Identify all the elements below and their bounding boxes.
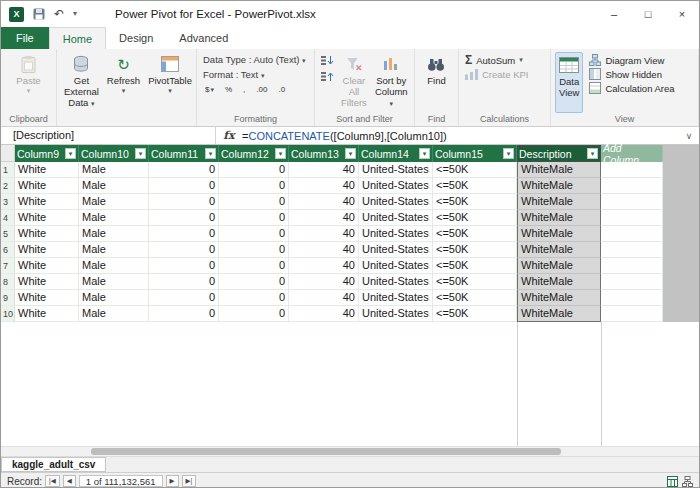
grid-cell[interactable]: White bbox=[15, 194, 79, 210]
sort-descending-button[interactable] bbox=[319, 70, 336, 83]
add-column-cell[interactable] bbox=[601, 306, 663, 322]
currency-format-button[interactable]: $▾ bbox=[203, 84, 216, 95]
add-column-cell[interactable] bbox=[601, 290, 663, 306]
previous-record-button[interactable]: ◀ bbox=[63, 475, 76, 487]
paste-button[interactable]: Paste ▾ bbox=[13, 52, 43, 113]
grid-cell[interactable]: Male bbox=[79, 274, 149, 290]
row-number[interactable]: 9 bbox=[1, 290, 15, 306]
show-hidden-button[interactable]: Show Hidden bbox=[587, 67, 694, 81]
grid-cell[interactable]: 40 bbox=[289, 210, 359, 226]
column-header-column12[interactable]: Column12▾ bbox=[219, 145, 289, 162]
row-number[interactable]: 2 bbox=[1, 178, 15, 194]
grid-cell[interactable]: United-States bbox=[359, 274, 433, 290]
filter-dropdown-icon[interactable]: ▾ bbox=[205, 148, 216, 159]
next-record-button[interactable]: ▶ bbox=[166, 475, 179, 487]
tab-file[interactable]: File bbox=[1, 27, 49, 49]
grid-cell[interactable]: White bbox=[15, 178, 79, 194]
add-column-cell[interactable] bbox=[601, 194, 663, 210]
grid-cell[interactable]: Male bbox=[79, 242, 149, 258]
add-column-cell[interactable] bbox=[601, 258, 663, 274]
diagram-view-toggle-icon[interactable] bbox=[682, 476, 693, 487]
grid-cell[interactable]: WhiteMale bbox=[517, 306, 601, 322]
grid-cell[interactable]: 0 bbox=[219, 162, 289, 178]
grid-cell[interactable]: WhiteMale bbox=[517, 194, 601, 210]
row-number[interactable]: 8 bbox=[1, 274, 15, 290]
grid-cell[interactable]: White bbox=[15, 242, 79, 258]
grid-cell[interactable]: White bbox=[15, 226, 79, 242]
formula-input[interactable]: =CONCATENATE([Column9],[Column10]) bbox=[242, 130, 679, 142]
grid-cell[interactable]: White bbox=[15, 306, 79, 322]
save-icon[interactable] bbox=[33, 8, 45, 20]
grid-cell[interactable]: WhiteMale bbox=[517, 210, 601, 226]
grid-cell[interactable]: 0 bbox=[149, 290, 219, 306]
row-number[interactable]: 3 bbox=[1, 194, 15, 210]
grid-cell[interactable]: WhiteMale bbox=[517, 290, 601, 306]
row-number[interactable]: 7 bbox=[1, 258, 15, 274]
grid-cell[interactable]: Male bbox=[79, 306, 149, 322]
thousands-format-button[interactable]: , bbox=[241, 84, 247, 95]
decrease-decimals-button[interactable]: .0 bbox=[276, 84, 287, 95]
grid-cell[interactable]: United-States bbox=[359, 290, 433, 306]
grid-cell[interactable]: United-States bbox=[359, 210, 433, 226]
grid-cell[interactable]: 40 bbox=[289, 178, 359, 194]
name-box[interactable]: [Description] bbox=[1, 127, 216, 144]
column-header-column14[interactable]: Column14▾ bbox=[359, 145, 433, 162]
grid-cell[interactable]: <=50K bbox=[433, 306, 517, 322]
filter-dropdown-icon[interactable]: ▾ bbox=[135, 148, 146, 159]
maximize-button[interactable]: □ bbox=[631, 1, 665, 27]
tab-advanced[interactable]: Advanced bbox=[166, 27, 241, 49]
grid-cell[interactable]: 40 bbox=[289, 258, 359, 274]
grid-cell[interactable]: 40 bbox=[289, 306, 359, 322]
row-number[interactable]: 1 bbox=[1, 162, 15, 178]
column-header-column10[interactable]: Column10▾ bbox=[79, 145, 149, 162]
grid-cell[interactable]: Male bbox=[79, 258, 149, 274]
select-all-corner[interactable] bbox=[1, 145, 15, 162]
filter-dropdown-icon[interactable]: ▾ bbox=[587, 148, 598, 159]
add-column-cell[interactable] bbox=[601, 162, 663, 178]
grid-cell[interactable]: United-States bbox=[359, 226, 433, 242]
close-button[interactable]: × bbox=[665, 1, 699, 27]
undo-icon[interactable]: ↶ bbox=[54, 8, 64, 20]
increase-decimals-button[interactable]: .00 bbox=[254, 84, 269, 95]
grid-cell[interactable]: 0 bbox=[149, 194, 219, 210]
filter-dropdown-icon[interactable]: ▾ bbox=[275, 148, 286, 159]
grid-cell[interactable]: 0 bbox=[149, 274, 219, 290]
grid-cell[interactable]: <=50K bbox=[433, 242, 517, 258]
grid-cell[interactable]: 0 bbox=[219, 178, 289, 194]
grid-cell[interactable]: <=50K bbox=[433, 258, 517, 274]
data-type-dropdown[interactable]: Data Type : Auto (Text) ▾ bbox=[201, 52, 310, 67]
column-header-column13[interactable]: Column13▾ bbox=[289, 145, 359, 162]
formula-expand-icon[interactable]: ∨ bbox=[679, 131, 699, 141]
minimize-button[interactable]: – bbox=[597, 1, 631, 27]
row-number[interactable]: 4 bbox=[1, 210, 15, 226]
filter-dropdown-icon[interactable]: ▾ bbox=[345, 148, 356, 159]
grid-cell[interactable]: White bbox=[15, 162, 79, 178]
add-column-cell[interactable] bbox=[601, 210, 663, 226]
row-number[interactable]: 5 bbox=[1, 226, 15, 242]
grid-cell[interactable]: White bbox=[15, 210, 79, 226]
grid-cell[interactable]: White bbox=[15, 258, 79, 274]
sort-by-column-button[interactable]: Sort by Column ▾ bbox=[372, 52, 411, 113]
column-header-column11[interactable]: Column11▾ bbox=[149, 145, 219, 162]
grid-view-toggle-icon[interactable] bbox=[667, 476, 678, 487]
grid-cell[interactable]: WhiteMale bbox=[517, 178, 601, 194]
row-number[interactable]: 10 bbox=[1, 306, 15, 322]
grid-cell[interactable]: United-States bbox=[359, 194, 433, 210]
grid-cell[interactable]: 0 bbox=[149, 242, 219, 258]
grid-cell[interactable]: WhiteMale bbox=[517, 258, 601, 274]
pivottable-button[interactable]: PivotTable ▾ bbox=[145, 52, 195, 113]
add-column-header[interactable]: Add Column bbox=[601, 145, 663, 162]
add-column-cell[interactable] bbox=[601, 226, 663, 242]
fx-icon[interactable]: fx bbox=[216, 129, 242, 142]
refresh-button[interactable]: ↻ Refresh ▾ bbox=[104, 52, 143, 113]
last-record-button[interactable]: ▶| bbox=[182, 475, 197, 487]
grid-cell[interactable]: WhiteMale bbox=[517, 162, 601, 178]
grid-cell[interactable]: United-States bbox=[359, 162, 433, 178]
grid-cell[interactable]: <=50K bbox=[433, 162, 517, 178]
grid-cell[interactable]: <=50K bbox=[433, 178, 517, 194]
grid-cell[interactable]: Male bbox=[79, 178, 149, 194]
grid-cell[interactable]: 0 bbox=[219, 226, 289, 242]
grid-cell[interactable]: 0 bbox=[149, 226, 219, 242]
get-external-data-button[interactable]: Get External Data ▾ bbox=[61, 52, 102, 113]
filter-dropdown-icon[interactable]: ▾ bbox=[503, 148, 514, 159]
